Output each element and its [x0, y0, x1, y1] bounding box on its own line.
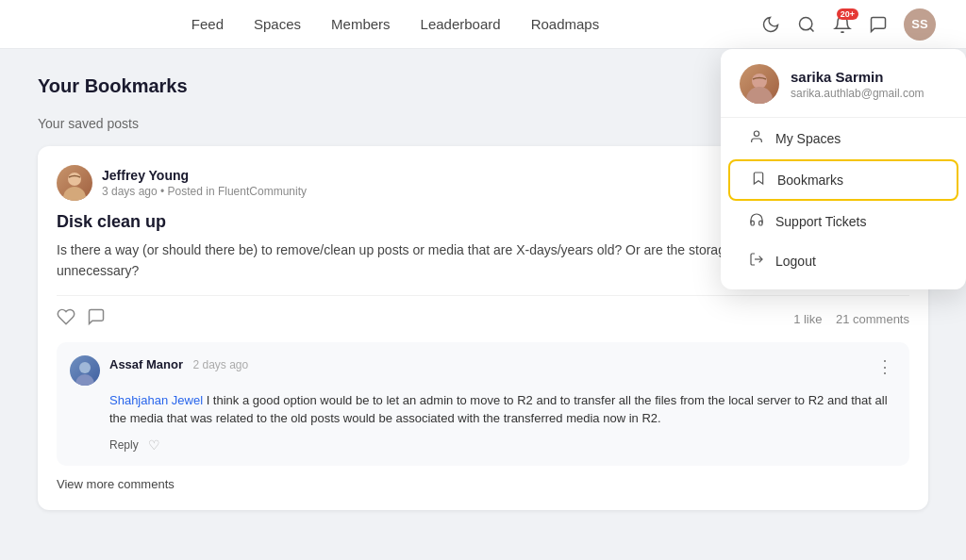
- post-footer: 1 like 21 comments: [57, 295, 909, 331]
- user-avatar-nav[interactable]: SS: [904, 8, 936, 41]
- post-meta: 3 days ago • Posted in FluentCommunity: [102, 185, 307, 198]
- comment-time: 2 days ago: [192, 358, 248, 371]
- comment-more-button[interactable]: ⋮: [874, 355, 896, 378]
- post-stats: 1 like 21 comments: [793, 312, 909, 326]
- svg-point-2: [68, 173, 81, 186]
- view-more-comments[interactable]: View more comments: [57, 477, 909, 491]
- comment-section: Assaf Manor 2 days ago ⋮ Shahjahan Jewel…: [57, 342, 909, 466]
- dropdown-menu: sarika Sarmin sarika.authlab@gmail.com M…: [721, 49, 966, 289]
- moon-icon[interactable]: [760, 14, 781, 35]
- menu-item-support-tickets-label: Support Tickets: [775, 214, 867, 229]
- menu-item-bookmarks[interactable]: Bookmarks: [728, 159, 958, 201]
- nav-spaces[interactable]: Spaces: [254, 16, 301, 32]
- svg-point-8: [746, 87, 773, 104]
- notification-badge: 20+: [837, 8, 858, 20]
- logout-icon: [747, 252, 766, 271]
- headset-icon: [747, 212, 766, 231]
- post-author-details: Jeffrey Young 3 days ago • Posted in Flu…: [102, 168, 307, 198]
- menu-item-bookmarks-label: Bookmarks: [777, 173, 843, 188]
- comment-author-details: Assaf Manor 2 days ago: [109, 355, 248, 372]
- post-comments: 21 comments: [836, 312, 909, 326]
- comment-footer: Reply ♡: [109, 437, 896, 453]
- comment-mention[interactable]: Shahjahan Jewel: [109, 393, 203, 407]
- navbar: Feed Spaces Members Leaderboard Roadmaps…: [0, 0, 966, 49]
- dropdown-user-avatar: [740, 64, 779, 104]
- comment-icon[interactable]: [87, 307, 106, 331]
- nav-right: 20+ SS: [760, 8, 936, 41]
- nav-links: Feed Spaces Members Leaderboard Roadmaps: [30, 16, 760, 32]
- menu-item-my-spaces-label: My Spaces: [775, 131, 841, 146]
- menu-item-logout-label: Logout: [775, 254, 816, 269]
- notification-bell[interactable]: 20+: [832, 14, 853, 35]
- comment-text: I think a good option would be to let an…: [109, 393, 888, 426]
- svg-line-1: [810, 27, 814, 31]
- menu-item-support-tickets[interactable]: Support Tickets: [728, 203, 958, 240]
- chat-icon[interactable]: [868, 14, 889, 35]
- nav-leaderboard[interactable]: Leaderboard: [421, 16, 501, 32]
- svg-point-0: [800, 17, 812, 29]
- search-icon[interactable]: [796, 14, 817, 35]
- svg-point-5: [79, 362, 91, 373]
- comment-author-avatar: [70, 355, 100, 386]
- menu-item-my-spaces[interactable]: My Spaces: [728, 120, 958, 157]
- comment-author-row: Assaf Manor 2 days ago: [70, 355, 248, 386]
- svg-point-9: [754, 131, 758, 136]
- svg-point-3: [63, 187, 86, 201]
- nav-members[interactable]: Members: [331, 16, 391, 32]
- reply-button[interactable]: Reply: [109, 438, 139, 452]
- dropdown-user-section: sarika Sarmin sarika.authlab@gmail.com: [721, 64, 966, 118]
- comment-author-name: Assaf Manor: [109, 357, 183, 371]
- bookmark-icon: [749, 171, 768, 189]
- dropdown-user-info: sarika Sarmin sarika.authlab@gmail.com: [791, 69, 924, 100]
- post-footer-left: [57, 307, 106, 331]
- nav-roadmaps[interactable]: Roadmaps: [531, 16, 600, 32]
- svg-point-6: [75, 374, 94, 386]
- menu-item-logout[interactable]: Logout: [728, 242, 958, 280]
- like-icon[interactable]: [57, 307, 75, 331]
- post-author-avatar: [57, 165, 92, 201]
- svg-point-7: [752, 74, 767, 89]
- dropdown-user-name: sarika Sarmin: [791, 69, 924, 85]
- comment-header: Assaf Manor 2 days ago ⋮: [70, 355, 896, 386]
- post-author-info: Jeffrey Young 3 days ago • Posted in Flu…: [57, 165, 307, 201]
- person-icon: [747, 129, 766, 148]
- nav-feed[interactable]: Feed: [192, 16, 224, 32]
- dropdown-user-email: sarika.authlab@gmail.com: [791, 87, 924, 100]
- comment-body: Shahjahan Jewel I think a good option wo…: [109, 391, 896, 428]
- post-likes: 1 like: [793, 312, 822, 326]
- comment-like-icon[interactable]: ♡: [148, 437, 160, 453]
- post-author-name: Jeffrey Young: [102, 168, 307, 183]
